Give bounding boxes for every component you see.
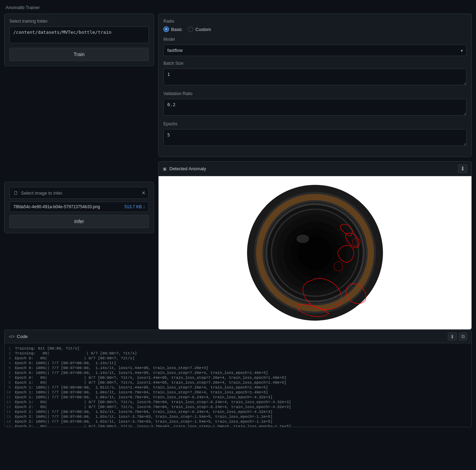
- line-content: Epoch 1: 100%|| 7/7 [00:06<00:00, 1.01it…: [15, 385, 268, 390]
- code-line: 11Epoch 1: 100%|| 7/7 [00:07<00:00, 1.08…: [5, 395, 471, 400]
- line-content: Epoch 1: 100%|| 7/7 [00:07<00:00, 1.08s/…: [15, 395, 272, 399]
- line-number: 1: [5, 346, 15, 351]
- code-line: 6Epoch 0: 100%|| 7/7 [00:07<00:00, 1.14s…: [5, 370, 471, 375]
- file-name: 78fda54c-4e90-491a-b04e-579713754b33.png: [13, 204, 100, 209]
- line-content: Epoch 1: 0%| | 0/7 [00:00<?, ?it/s, loss…: [15, 381, 286, 385]
- line-content: Epoch 2: 0%| | 0/7 [00:00<?, ?it/s, loss…: [15, 424, 291, 427]
- file-picker[interactable]: 🗋 Select image to infer. ✕: [9, 187, 149, 199]
- radio-section: Radio Basic Custom: [163, 19, 467, 32]
- model-label: Model: [163, 37, 467, 42]
- file-size: 513.7 KB ↓: [124, 204, 145, 209]
- code-line: 1Training: 0it [00:00, ?it/s]: [5, 346, 471, 351]
- line-number: 4: [5, 361, 15, 365]
- code-line: 16Epoch 2: 100%|| 7/7 [00:07<00:00, 1.03…: [5, 419, 471, 424]
- anomaly-title: Detected Anomaly: [169, 166, 206, 171]
- training-folder-input[interactable]: /content/datasets/MVTec/bottle/train: [9, 26, 149, 43]
- batch-size-input[interactable]: 1: [163, 69, 467, 85]
- radio-custom-label: Custom: [195, 27, 211, 32]
- line-number: 15: [5, 415, 15, 419]
- radio-custom-dot: [188, 26, 193, 32]
- anomaly-image-container: [159, 176, 471, 329]
- line-number: 9: [5, 385, 15, 390]
- app-title: Anomalib Trainer: [0, 0, 476, 14]
- line-number: 3: [5, 356, 15, 360]
- line-number: 5: [5, 366, 15, 370]
- validation-ratio-label: Validation Ratio: [163, 91, 467, 96]
- code-body: 1Training: 0it [00:00, ?it/s]2Training: …: [5, 343, 471, 427]
- left-panel: Select training folder. /content/dataset…: [4, 14, 154, 330]
- line-content: Epoch 0: 100%|| 7/7 [00:07<00:00, 1.14s/…: [15, 371, 268, 375]
- radio-custom[interactable]: Custom: [188, 26, 211, 32]
- epochs-field: Epochs 5: [163, 122, 467, 147]
- batch-size-label: Batch Size: [163, 61, 467, 66]
- epochs-input[interactable]: 5: [163, 129, 467, 146]
- batch-size-field: Batch Size 1: [163, 61, 467, 86]
- line-content: Epoch 2: 100%|| 7/7 [00:07<00:00, 1.02s/…: [15, 410, 272, 414]
- epochs-label: Epochs: [163, 122, 467, 126]
- anomaly-header: ▣ Detected Anomaly ⬇: [159, 162, 471, 176]
- line-number: 13: [5, 405, 15, 409]
- train-button[interactable]: Train: [9, 48, 149, 61]
- code-line: 7Epoch 0: 0%| | 0/7 [00:00<?, ?it/s, los…: [5, 375, 471, 380]
- file-close-button[interactable]: ✕: [141, 190, 146, 196]
- file-row: 78fda54c-4e90-491a-b04e-579713754b33.png…: [9, 202, 149, 212]
- anomaly-image: [242, 180, 388, 326]
- code-title-row: </> Code: [9, 334, 28, 339]
- radio-basic-dot: [163, 26, 169, 32]
- line-content: Epoch 2: 0%| | 0/7 [00:00<?, ?it/s, loss…: [15, 405, 291, 409]
- right-panel: Radio Basic Custom Model f: [158, 14, 472, 330]
- line-number: 11: [5, 395, 15, 399]
- line-content: Epoch 0: 0%| | 0/7 [00:00<?, ?it/s]: [15, 356, 135, 360]
- line-content: Epoch 2: 100%|| 7/7 [00:07<00:00, 1.03s/…: [15, 415, 272, 419]
- radio-basic[interactable]: Basic: [163, 26, 182, 32]
- model-select-wrapper: fastflow padim patchcore stfpm: [163, 45, 467, 56]
- line-number: 8: [5, 381, 15, 385]
- code-copy-button[interactable]: ⧉: [459, 332, 467, 340]
- svg-point-11: [297, 235, 309, 243]
- code-line: 14Epoch 2: 100%|| 7/7 [00:07<00:00, 1.02…: [5, 409, 471, 414]
- code-icon: </>: [9, 334, 15, 339]
- code-line: 15Epoch 2: 100%|| 7/7 [00:07<00:00, 1.03…: [5, 414, 471, 419]
- infer-button[interactable]: Infer: [9, 215, 149, 228]
- code-line: 9Epoch 1: 100%|| 7/7 [00:06<00:00, 1.01i…: [5, 385, 471, 390]
- line-content: Epoch 0: 0%| | 0/7 [00:00<?, ?it/s, loss…: [15, 376, 286, 380]
- radio-label: Radio: [163, 19, 467, 24]
- line-content: Epoch 2: 100%|| 7/7 [00:07<00:00, 1.03s/…: [15, 420, 272, 424]
- file-picker-label: Select image to infer.: [21, 190, 63, 196]
- line-content: Epoch 1: 100%|| 7/7 [00:07<00:00, 1.08s/…: [15, 390, 268, 394]
- line-number: 16: [5, 420, 15, 424]
- validation-ratio-input[interactable]: 0.2: [163, 99, 467, 116]
- model-field: Model fastflow padim patchcore stfpm: [163, 37, 467, 56]
- anomaly-panel: ▣ Detected Anomaly ⬇: [158, 161, 472, 330]
- settings-card: Radio Basic Custom Model f: [158, 14, 472, 157]
- code-panel: </> Code ⬇ ⧉ 1Training: 0it [00:00, ?it/…: [4, 330, 472, 427]
- code-line: 2Training: 0%| | 0/7 [00:00<?, ?it/s]: [5, 351, 471, 356]
- anomaly-download-button[interactable]: ⬇: [458, 164, 467, 173]
- code-line: 10Epoch 1: 100%|| 7/7 [00:07<00:00, 1.08…: [5, 390, 471, 395]
- code-line: 3Epoch 0: 0%| | 0/7 [00:00<?, ?it/s]: [5, 356, 471, 361]
- line-number: 7: [5, 376, 15, 380]
- line-content: Training: 0it [00:00, ?it/s]: [15, 346, 79, 351]
- code-line: 17Epoch 2: 0%| | 0/7 [00:00<?, ?it/s, lo…: [5, 424, 471, 427]
- line-content: Epoch 1: 0%| | 0/7 [00:00<?, ?it/s, loss…: [15, 400, 291, 404]
- code-header: </> Code ⬇ ⧉: [5, 330, 471, 343]
- code-line: 5Epoch 0: 100%|| 7/7 [00:07<00:00, 1.14s…: [5, 366, 471, 370]
- line-content: Training: 0%| | 0/7 [00:00<?, ?it/s]: [15, 351, 137, 355]
- code-line: 13Epoch 2: 0%| | 0/7 [00:00<?, ?it/s, lo…: [5, 405, 471, 409]
- line-number: 6: [5, 371, 15, 375]
- training-folder-label: Select training folder.: [9, 19, 149, 24]
- code-download-button[interactable]: ⬇: [448, 332, 457, 340]
- anomaly-title-row: ▣ Detected Anomaly: [163, 166, 206, 171]
- code-line: 8Epoch 1: 0%| | 0/7 [00:00<?, ?it/s, los…: [5, 380, 471, 385]
- line-number: 17: [5, 424, 15, 427]
- line-number: 12: [5, 400, 15, 404]
- line-number: 14: [5, 410, 15, 414]
- code-line: 4Epoch 0: 100%|| 7/7 [00:07<00:00, 1.13s…: [5, 361, 471, 366]
- line-number: 10: [5, 390, 15, 394]
- file-icon: 🗋: [13, 190, 18, 196]
- line-content: Epoch 0: 100%|| 7/7 [00:07<00:00, 1.14s/…: [15, 366, 208, 370]
- anomaly-panel-icon: ▣: [163, 166, 167, 171]
- validation-ratio-field: Validation Ratio 0.2: [163, 91, 467, 117]
- line-content: Epoch 0: 100%|| 7/7 [00:07<00:00, 1.13s/…: [15, 361, 116, 365]
- model-select[interactable]: fastflow padim patchcore stfpm: [163, 45, 467, 56]
